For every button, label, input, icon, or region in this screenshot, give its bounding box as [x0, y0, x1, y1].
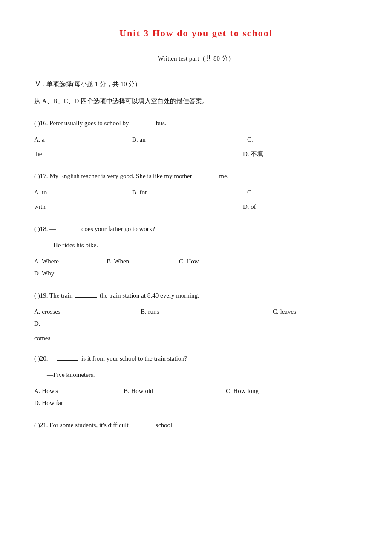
- option-16d: D. 不填: [243, 149, 337, 159]
- option-18a: A. Where: [34, 256, 102, 266]
- question-19-options: A. crosses B. runs C. leaves D.: [34, 306, 358, 330]
- option-20a: A. How's: [34, 386, 119, 396]
- option-17a: A. to: [34, 187, 128, 197]
- question-17-text: ( )17. My English teacher is very good. …: [34, 171, 358, 181]
- option-17c-with: with: [34, 202, 128, 212]
- option-19a: A. crosses: [34, 306, 136, 317]
- instructions: 从 A、B、C、D 四个选项中选择可以填入空白处的最佳答案。: [34, 96, 358, 106]
- question-21-text: ( )21. For some students, it's difficult…: [34, 420, 358, 430]
- question-19: ( )19. The train the train station at 8:…: [34, 290, 358, 343]
- question-19-options-row2: comes: [34, 333, 358, 343]
- question-19-text: ( )19. The train the train station at 8:…: [34, 290, 358, 301]
- question-18-text: ( )18. — does your father go to work?: [34, 224, 358, 234]
- option-19b: B. runs: [141, 306, 268, 317]
- option-20d: D. How far: [34, 398, 128, 408]
- spacer-17: [132, 202, 243, 214]
- section-header: Ⅳ．单项选择(每小题 1 分，共 10 分）: [34, 79, 358, 89]
- option-20b: B. How old: [124, 386, 222, 396]
- question-18-answer: —He rides his bike.: [34, 240, 358, 250]
- option-18c: C. How: [179, 256, 264, 266]
- question-18-options: A. Where B. When C. How D. Why: [34, 256, 358, 280]
- question-16-options: A. a B. an C.: [34, 134, 358, 146]
- question-20-answer: —Five kilometers.: [34, 370, 358, 380]
- question-16-options-row2: the D. 不填: [34, 149, 358, 161]
- option-17d: D. of: [243, 202, 337, 212]
- option-19c: C. leaves: [273, 306, 341, 317]
- question-20: ( )20. — is it from your school to the t…: [34, 353, 358, 410]
- option-16c: C.: [247, 134, 341, 145]
- option-19d-comes: comes: [34, 333, 50, 343]
- option-17b: B. for: [132, 187, 243, 197]
- option-16c-the: the: [34, 149, 128, 159]
- subtitle: Written test part（共 80 分）: [34, 53, 358, 64]
- question-16-text: ( )16. Peter usually goes to school by b…: [34, 118, 358, 128]
- question-16: ( )16. Peter usually goes to school by b…: [34, 118, 358, 161]
- question-20-text: ( )20. — is it from your school to the t…: [34, 353, 358, 364]
- page-title: Unit 3 How do you get to school: [34, 26, 358, 40]
- option-18b: B. When: [107, 256, 175, 266]
- option-16b: B. an: [132, 134, 243, 145]
- question-18: ( )18. — does your father go to work? —H…: [34, 224, 358, 280]
- option-20c: C. How long: [226, 386, 307, 396]
- option-19d: D.: [34, 318, 128, 329]
- option-16a: A. a: [34, 134, 128, 145]
- option-16d-spacer: [132, 149, 243, 161]
- question-21: ( )21. For some students, it's difficult…: [34, 420, 358, 430]
- option-18d: D. Why: [34, 268, 128, 278]
- question-17-options: A. to B. for C.: [34, 187, 358, 199]
- question-17: ( )17. My English teacher is very good. …: [34, 171, 358, 214]
- question-20-options: A. How's B. How old C. How long D. How f…: [34, 386, 358, 410]
- option-17c: C.: [247, 187, 341, 197]
- question-17-options-row2: with D. of: [34, 202, 358, 214]
